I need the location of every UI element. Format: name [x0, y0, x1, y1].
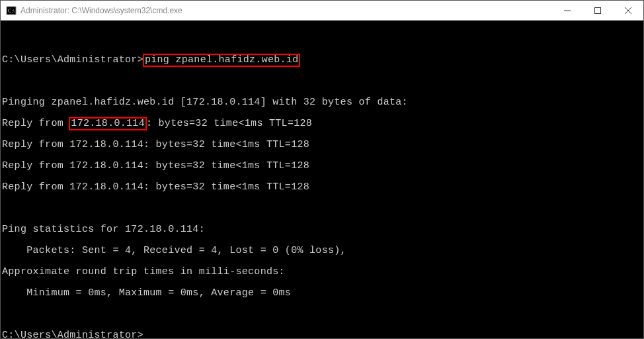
- highlight-ip: 172.18.0.114: [69, 117, 147, 130]
- reply-line-1: Reply from 172.18.0.114: bytes=32 time<1…: [2, 119, 642, 129]
- reply-prefix: Reply from: [2, 118, 69, 129]
- window-controls: [552, 1, 643, 20]
- prompt-path-2: C:\Users\Administrator>: [2, 330, 143, 338]
- rtt-header: Approximate round trip times in milli-se…: [2, 267, 642, 277]
- terminal-output[interactable]: C:\Users\Administrator>ping zpanel.hafid…: [1, 21, 643, 338]
- highlight-command: ping zpanel.hafidz.web.id: [143, 54, 301, 67]
- reply-line-4: Reply from 172.18.0.114: bytes=32 time<1…: [2, 182, 642, 193]
- svg-rect-3: [595, 7, 601, 13]
- minimize-button[interactable]: [552, 1, 583, 20]
- reply-line-2: Reply from 172.18.0.114: bytes=32 time<1…: [2, 140, 642, 150]
- titlebar[interactable]: C:\ Administrator: C:\Windows\system32\c…: [1, 1, 643, 21]
- command-text: ping zpanel.hafidz.web.id: [145, 54, 299, 66]
- svg-text:C:\: C:\: [8, 8, 15, 14]
- cmd-window: C:\ Administrator: C:\Windows\system32\c…: [0, 0, 644, 339]
- stats-packets: Packets: Sent = 4, Received = 4, Lost = …: [2, 246, 642, 256]
- reply-line-3: Reply from 172.18.0.114: bytes=32 time<1…: [2, 161, 642, 171]
- prompt-line-2: C:\Users\Administrator>: [2, 330, 642, 338]
- cmd-icon: C:\: [6, 5, 17, 16]
- pinging-line: Pinging zpanel.hafidz.web.id [172.18.0.1…: [2, 97, 642, 108]
- prompt-line-1: C:\Users\Administrator>ping zpanel.hafid…: [2, 55, 642, 66]
- prompt-path: C:\Users\Administrator>: [2, 54, 143, 66]
- reply-suffix: : bytes=32 time<1ms TTL=128: [146, 118, 312, 129]
- window-title: Administrator: C:\Windows\system32\cmd.e…: [20, 6, 182, 15]
- close-button[interactable]: [613, 1, 643, 20]
- rtt-values: Minimum = 0ms, Maximum = 0ms, Average = …: [2, 288, 642, 299]
- maximize-button[interactable]: [583, 1, 613, 20]
- ip-text: 172.18.0.114: [71, 118, 145, 129]
- stats-header: Ping statistics for 172.18.0.114:: [2, 224, 642, 235]
